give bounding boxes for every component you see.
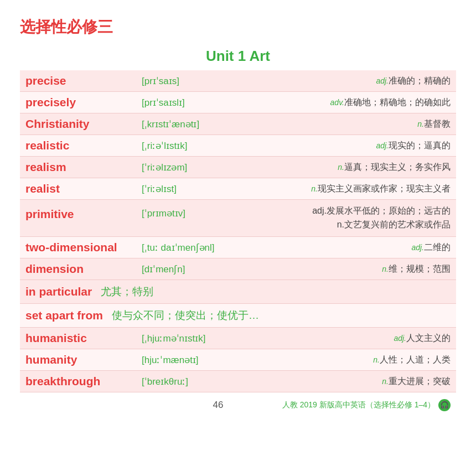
phonetic: [prɪˈsaɪslɪ] (142, 97, 263, 108)
phrase-meaning: 尤其；特别 (101, 284, 153, 299)
pos: n. (373, 355, 380, 364)
meaning: n.逼真；现实主义；务实作风 (263, 162, 451, 173)
vocab-row: breakthrough [ˈbreɪkθruː] n.重大进展；突破 (20, 371, 456, 392)
word: two-dimensional (25, 241, 142, 254)
word: realist (25, 182, 142, 195)
vocab-row: realistic [ˌriːəˈlɪstɪk] adj.现实的；逼真的 (20, 135, 456, 157)
meaning: adj.现实的；逼真的 (263, 140, 451, 152)
vocab-list-2: humanistic [ˌhjuːməˈnɪstɪk] adj.人文主义的 hu… (20, 328, 456, 392)
word: humanity (25, 353, 142, 366)
vocab-row: precisely [prɪˈsaɪslɪ] adv.准确地；精确地；的确如此 (20, 92, 456, 113)
publisher-text: 人教 2019 新版高中英语（选择性必修 1–4） (282, 400, 435, 410)
footer-publisher: 人教 2019 新版高中英语（选择性必修 1–4） 🎧 (282, 399, 451, 411)
word: realism (25, 161, 142, 174)
vocab-row: dimension [dɪˈmenʃn] n.维；规模；范围 (20, 258, 456, 280)
vocab-row: realist [ˈriːəlɪst] n.现实主义画家或作家；现实主义者 (20, 178, 456, 200)
pos: adj. (411, 243, 424, 252)
pos: n. (417, 120, 424, 128)
word: Christianity (25, 117, 142, 131)
vocab-row: realism [ˈriːəlɪzəm] n.逼真；现实主义；务实作风 (20, 157, 456, 178)
phonetic: [ˌkrɪstɪˈænətɪ] (142, 118, 263, 130)
meaning: adv.准确地；精确地；的确如此 (263, 97, 451, 108)
pos: adj. (394, 334, 406, 343)
page: 选择性必修三 Unit 1 Art precise [prɪˈsaɪs] adj… (0, 0, 476, 476)
phonetic: [ˌriːəˈlɪstɪk] (142, 140, 263, 152)
phrase-meaning: 使与众不同；使突出；使优于… (112, 308, 259, 323)
phonetic: [ˌtuː daɪˈmenʃənl] (142, 242, 263, 253)
title-chinese: 选择性必修三 (20, 17, 456, 38)
phrase-word: set apart from (25, 309, 103, 322)
phonetic: [ˈbreɪkθruː] (142, 376, 263, 387)
meaning: n.人性；人道；人类 (263, 354, 451, 366)
meaning: n.维；规模；范围 (263, 263, 451, 275)
pos: adv. (330, 98, 344, 107)
footer: 46 人教 2019 新版高中英语（选择性必修 1–4） 🎧 (20, 399, 456, 411)
vocab-row: two-dimensional [ˌtuː daɪˈmenʃənl] adj.二… (20, 237, 456, 258)
phrase-row-in-particular: in particular 尤其；特别 (20, 280, 456, 304)
primitive-adj: adj.发展水平低的；原始的；远古的 (263, 205, 451, 217)
vocab-row: humanistic [ˌhjuːməˈnɪstɪk] adj.人文主义的 (20, 328, 456, 349)
vocab-list-1: precise [prɪˈsaɪs] adj.准确的；精确的 precisely… (20, 70, 456, 280)
vocab-row-primitive: primitive [ˈprɪmətɪv] adj.发展水平低的；原始的；远古的… (20, 200, 456, 237)
vocab-row: precise [prɪˈsaɪs] adj.准确的；精确的 (20, 70, 456, 92)
meaning: adj.人文主义的 (263, 333, 451, 344)
phonetic: [ˈriːəlɪst] (142, 183, 263, 195)
phonetic: [prɪˈsaɪs] (142, 75, 263, 87)
meaning: n.基督教 (263, 118, 451, 130)
meaning: n.现实主义画家或作家；现实主义者 (263, 183, 451, 195)
pos: adj. (376, 141, 389, 150)
phrase-word: in particular (25, 285, 92, 298)
word: precise (25, 74, 142, 87)
phonetic: [dɪˈmenʃn] (142, 263, 263, 275)
primitive-meaning: adj.发展水平低的；原始的；远古的 n.文艺复兴前的艺术家或作品 (263, 205, 451, 231)
pos: n. (382, 377, 389, 386)
word: precisely (25, 96, 142, 109)
pos: n. (311, 184, 318, 193)
pos: n. (337, 220, 344, 229)
vocab-row: Christianity [ˌkrɪstɪˈænətɪ] n.基督教 (20, 113, 456, 135)
word: humanistic (25, 332, 142, 345)
word: breakthrough (25, 375, 142, 388)
pos: adj. (376, 76, 389, 85)
meaning: adj.二维的 (263, 242, 451, 253)
pos: adj. (312, 206, 327, 215)
phonetic: [ˈprɪmətɪv] (142, 205, 263, 219)
pos: n. (382, 265, 389, 273)
pos: n. (338, 163, 344, 172)
headphone-icon: 🎧 (438, 399, 451, 411)
page-number: 46 (154, 400, 282, 411)
meaning: n.重大进展；突破 (263, 376, 451, 387)
meaning: adj.准确的；精确的 (263, 75, 451, 87)
primitive-n: n.文艺复兴前的艺术家或作品 (263, 219, 451, 231)
phrase-row-set-apart: set apart from 使与众不同；使突出；使优于… (20, 304, 456, 328)
phonetic: [ˌhjuːməˈnɪstɪk] (142, 333, 263, 344)
word: realistic (25, 139, 142, 152)
word: primitive (25, 205, 142, 221)
unit-title: Unit 1 Art (20, 48, 456, 65)
vocab-row: humanity [hjuːˈmænətɪ] n.人性；人道；人类 (20, 349, 456, 371)
word: dimension (25, 262, 142, 276)
phonetic: [hjuːˈmænətɪ] (142, 354, 263, 366)
phonetic: [ˈriːəlɪzəm] (142, 162, 263, 173)
